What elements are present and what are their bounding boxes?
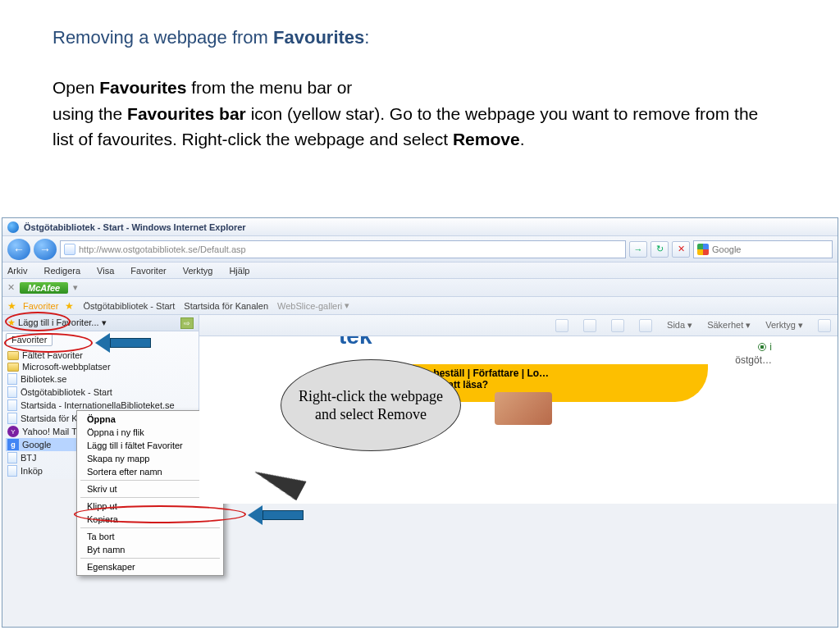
cmd-sakerhet[interactable]: Säkerhet ▾ xyxy=(707,320,751,331)
content-image xyxy=(495,392,552,425)
search-engine-label: Google xyxy=(712,244,741,254)
arrow-head-icon xyxy=(248,505,262,525)
ctx-properties[interactable]: Egenskaper xyxy=(77,560,223,573)
instruction-line-1: Open Favourites from the menu bar or xyxy=(52,75,788,100)
menu-verktyg[interactable]: Verktyg xyxy=(183,266,213,276)
favourites-bar: ★ Favoriter ★ Östgötabibliotek - Start S… xyxy=(2,297,838,315)
menu-redigera[interactable]: Redigera xyxy=(43,266,80,276)
callout-text: Right-click the webpage and select Remov… xyxy=(281,359,461,451)
folder-icon xyxy=(7,351,19,360)
page-icon xyxy=(7,386,17,398)
back-button[interactable]: ← xyxy=(7,239,30,260)
page-icon xyxy=(7,413,17,424)
favoriter-button[interactable]: Favoriter xyxy=(23,301,58,311)
home-icon[interactable] xyxy=(555,319,568,332)
menu-favoriter[interactable]: Favoriter xyxy=(130,266,166,276)
page-icon xyxy=(7,465,17,477)
mcafee-toolbar: ✕ McAfee ▾ xyxy=(2,279,838,297)
menu-hjalp[interactable]: Hjälp xyxy=(229,266,249,276)
stop-button[interactable]: ✕ xyxy=(672,241,690,258)
add-star-icon[interactable]: ★ xyxy=(65,300,74,312)
favbar-item-3[interactable]: WebSlice-galleri ▾ xyxy=(275,300,349,311)
arrow-shaft xyxy=(262,510,304,520)
menu-visa[interactable]: Visa xyxy=(97,266,114,276)
page-icon xyxy=(7,373,17,385)
go-button[interactable]: → xyxy=(629,241,647,258)
search-scope-label: östgöt… xyxy=(735,354,772,366)
heading-bold: Favourites xyxy=(273,27,364,48)
ctx-rename[interactable]: Byt namn xyxy=(77,543,223,556)
feeds-icon[interactable] xyxy=(583,319,596,332)
page-icon xyxy=(7,452,17,463)
instruction-line-3: list of favourites. Right-click the webp… xyxy=(52,127,788,152)
favbar-item-2[interactable]: Startsida för Kanalen xyxy=(181,301,268,311)
star-icon[interactable]: ★ xyxy=(7,300,16,312)
help-icon[interactable] xyxy=(818,319,831,332)
forward-button[interactable]: → xyxy=(34,239,57,260)
annotation-arrow-1 xyxy=(95,333,151,353)
folder-icon xyxy=(7,363,19,372)
nav-row: ← → http://www.ostgotabibliotek.se/Defau… xyxy=(2,236,838,262)
annotation-ellipse-favbutton xyxy=(5,312,71,331)
ctx-divider xyxy=(80,527,220,528)
google-icon xyxy=(697,244,709,255)
google-icon: g xyxy=(7,439,19,450)
favbar-item-1[interactable]: Östgötabibliotek - Start xyxy=(80,301,175,311)
print-icon[interactable] xyxy=(639,319,652,332)
address-bar[interactable]: http://www.ostgotabibliotek.se/Default.a… xyxy=(60,240,626,258)
slide-heading: Removing a webpage from Favourites: xyxy=(52,25,788,51)
pin-icon[interactable]: ⇨ xyxy=(180,317,194,329)
ctx-divider xyxy=(80,558,220,559)
page-icon xyxy=(7,399,17,411)
heading-pre: Removing a webpage from xyxy=(52,27,273,48)
arrow-head-icon xyxy=(95,333,110,353)
ie-titlebar: Östgötabibliotek - Start - Windows Inter… xyxy=(2,218,838,236)
fav-item[interactable]: Östgötabibliotek - Start xyxy=(6,386,195,399)
instruction-line-2: using the Favourites bar icon (yellow st… xyxy=(52,102,788,126)
url-text: http://www.ostgotabibliotek.se/Default.a… xyxy=(79,244,246,254)
ctx-remove[interactable]: Ta bort xyxy=(77,530,223,543)
page-icon xyxy=(64,244,75,255)
fav-item[interactable]: Microsoft-webbplatser xyxy=(6,361,195,372)
ie-icon xyxy=(7,221,19,233)
callout-bubble: Right-click the webpage and select Remov… xyxy=(281,359,469,466)
annotation-arrow-2 xyxy=(248,505,304,525)
window-title: Östgötabibliotek - Start - Windows Inter… xyxy=(24,222,246,232)
search-scope-radio[interactable]: i xyxy=(758,341,772,353)
heading-post: : xyxy=(364,27,369,48)
search-box[interactable]: Google xyxy=(693,240,833,258)
mcafee-logo[interactable]: McAfee xyxy=(20,282,68,294)
cmd-verktyg[interactable]: Verktyg ▾ xyxy=(765,320,803,331)
command-bar: Sida ▾ Säkerhet ▾ Verktyg ▾ xyxy=(199,315,838,336)
mail-icon[interactable] xyxy=(611,319,624,332)
annotation-ellipse-remove xyxy=(74,505,246,523)
arrow-shaft xyxy=(110,338,151,348)
menu-arkiv[interactable]: Arkiv xyxy=(7,266,27,276)
refresh-button[interactable]: ↻ xyxy=(651,241,669,258)
annotation-ellipse-favtab xyxy=(4,333,93,353)
menu-bar: Arkiv Redigera Visa Favoriter Verktyg Hj… xyxy=(2,262,838,279)
yahoo-icon: Y xyxy=(7,426,19,437)
radio-dot-icon xyxy=(758,343,766,351)
fav-item[interactable]: Bibliotek.se xyxy=(6,372,195,386)
cmd-sida[interactable]: Sida ▾ xyxy=(667,320,692,331)
